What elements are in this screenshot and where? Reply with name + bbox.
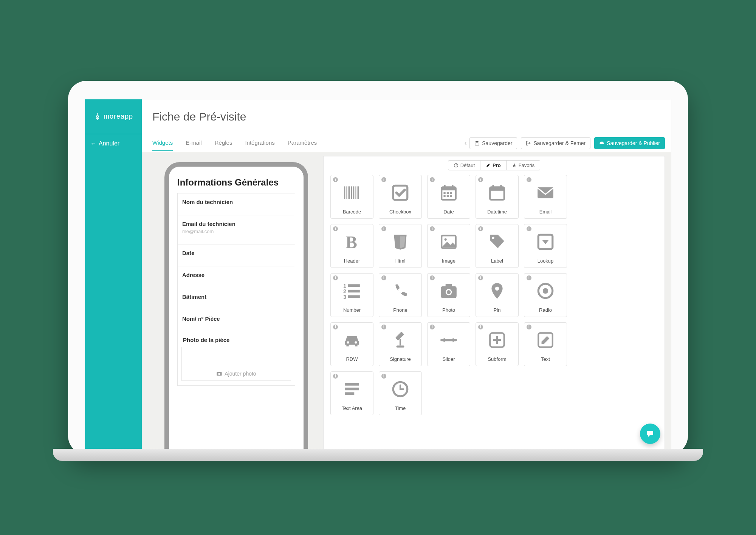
add-photo-box[interactable]: Ajouter photo <box>181 347 291 381</box>
car-icon <box>342 326 361 354</box>
sidebar: moreapp ← Annuler <box>85 99 142 454</box>
widget-label[interactable]: iLabel <box>476 224 519 268</box>
widget-name: Photo <box>442 307 455 313</box>
widget-slider[interactable]: iSlider <box>427 322 470 366</box>
tab-intégrations[interactable]: Intégrations <box>245 135 274 151</box>
preview-column: Informations Générales Nom du technicien… <box>142 152 323 454</box>
widget-signature[interactable]: iSignature <box>379 322 422 366</box>
page-title: Fiche de Pré-visite <box>152 110 246 123</box>
info-icon[interactable]: i <box>478 275 483 280</box>
widget-barcode[interactable]: iBarcode <box>330 175 373 219</box>
widget-number[interactable]: iNumber <box>330 273 373 317</box>
number-list-icon <box>342 277 361 305</box>
photo-field[interactable]: Photo de la pièce Ajouter photo <box>177 332 295 386</box>
edit-icon <box>536 326 555 354</box>
barcode-icon <box>342 178 361 207</box>
tabs-scroll-left-icon[interactable]: ‹ <box>462 140 469 147</box>
widget-text-area[interactable]: iText Area <box>330 371 373 415</box>
widget-radio[interactable]: iRadio <box>524 273 567 317</box>
tab-paramètres[interactable]: Paramètres <box>288 135 317 151</box>
widget-tab-défaut[interactable]: Défaut <box>448 160 480 170</box>
widget-name: Text <box>541 356 550 362</box>
brand-text: moreapp <box>104 113 133 121</box>
info-icon[interactable]: i <box>478 226 483 231</box>
info-icon[interactable]: i <box>527 325 531 329</box>
info-icon[interactable]: i <box>381 226 386 231</box>
dashboard-icon <box>454 163 459 168</box>
field-label: Nom du technicien <box>182 199 290 205</box>
field-label: Bâtiment <box>182 294 290 300</box>
info-icon[interactable]: i <box>333 325 338 329</box>
info-icon[interactable]: i <box>527 177 531 182</box>
form-field[interactable]: Nom du technicien <box>177 193 295 215</box>
pin-icon <box>488 277 507 305</box>
info-icon[interactable]: i <box>527 226 531 231</box>
widget-name: Slider <box>442 356 455 362</box>
widget-rdw[interactable]: iRDW <box>330 322 373 366</box>
info-icon[interactable]: i <box>381 325 386 329</box>
widget-name: Phone <box>393 307 407 313</box>
form-field[interactable]: Nom/ nº Pièce <box>177 310 295 332</box>
info-icon[interactable]: i <box>430 325 435 329</box>
widget-header[interactable]: iHeader <box>330 224 373 268</box>
widget-name: Html <box>395 258 406 264</box>
form-field[interactable]: Adresse <box>177 266 295 288</box>
widget-checkbox[interactable]: iCheckbox <box>379 175 422 219</box>
info-icon[interactable]: i <box>381 177 386 182</box>
back-button[interactable]: ← Annuler <box>85 134 142 153</box>
tab-widgets[interactable]: Widgets <box>152 135 173 151</box>
widget-phone[interactable]: iPhone <box>379 273 422 317</box>
widget-email[interactable]: iEmail <box>524 175 567 219</box>
widget-name: Date <box>443 209 454 215</box>
page-header: Fiche de Pré-visite <box>142 99 671 134</box>
field-label: Email du technicien <box>182 221 290 227</box>
widget-text[interactable]: iText <box>524 322 567 366</box>
info-icon[interactable]: i <box>478 325 483 329</box>
widget-name: Radio <box>539 307 552 313</box>
tab-règles[interactable]: Règles <box>215 135 232 151</box>
chat-fab[interactable] <box>640 424 660 444</box>
clock-icon <box>391 375 410 403</box>
widget-tab-favoris[interactable]: Favoris <box>507 160 541 170</box>
widget-html[interactable]: iHtml <box>379 224 422 268</box>
widget-time[interactable]: iTime <box>379 371 422 415</box>
info-icon[interactable]: i <box>333 275 338 280</box>
html5-icon <box>391 227 410 256</box>
logout-icon <box>526 141 531 146</box>
widget-name: Lookup <box>538 258 554 264</box>
info-icon[interactable]: i <box>333 374 338 379</box>
leaf-icon <box>486 163 491 168</box>
save-button[interactable]: Sauvegarder <box>469 137 517 149</box>
widget-subform[interactable]: iSubform <box>476 322 519 366</box>
widget-datetime[interactable]: iDatetime <box>476 175 519 219</box>
form-field[interactable]: Date <box>177 244 295 266</box>
info-icon[interactable]: i <box>381 374 386 379</box>
info-icon[interactable]: i <box>381 275 386 280</box>
widget-photo[interactable]: iPhoto <box>427 273 470 317</box>
form-field[interactable]: Email du technicienme@mail.com <box>177 215 295 244</box>
info-icon[interactable]: i <box>333 226 338 231</box>
laptop-base <box>53 449 703 461</box>
info-icon[interactable]: i <box>430 275 435 280</box>
save-close-button[interactable]: Sauvegarder & Femer <box>521 137 590 149</box>
info-icon[interactable]: i <box>527 275 531 280</box>
widget-date[interactable]: iDate <box>427 175 470 219</box>
tab-e-mail[interactable]: E-mail <box>186 135 202 151</box>
info-icon[interactable]: i <box>430 226 435 231</box>
save-publish-button[interactable]: Sauvegarder & Publier <box>594 137 665 149</box>
save-publish-label: Sauvegarder & Publier <box>607 140 660 146</box>
widget-pin[interactable]: iPin <box>476 273 519 317</box>
widget-name: Label <box>491 258 503 264</box>
info-icon[interactable]: i <box>430 177 435 182</box>
widget-name: Email <box>539 209 552 215</box>
info-icon[interactable]: i <box>478 177 483 182</box>
form-field[interactable]: Bâtiment <box>177 288 295 310</box>
widget-image[interactable]: iImage <box>427 224 470 268</box>
form-section-title: Informations Générales <box>177 177 295 188</box>
widget-lookup[interactable]: iLookup <box>524 224 567 268</box>
arrow-left-icon: ← <box>90 140 96 147</box>
widget-tab-pro[interactable]: Pro <box>480 160 507 170</box>
text-lines-icon <box>342 375 361 403</box>
content-area: Informations Générales Nom du technicien… <box>142 152 671 454</box>
info-icon[interactable]: i <box>333 177 338 182</box>
